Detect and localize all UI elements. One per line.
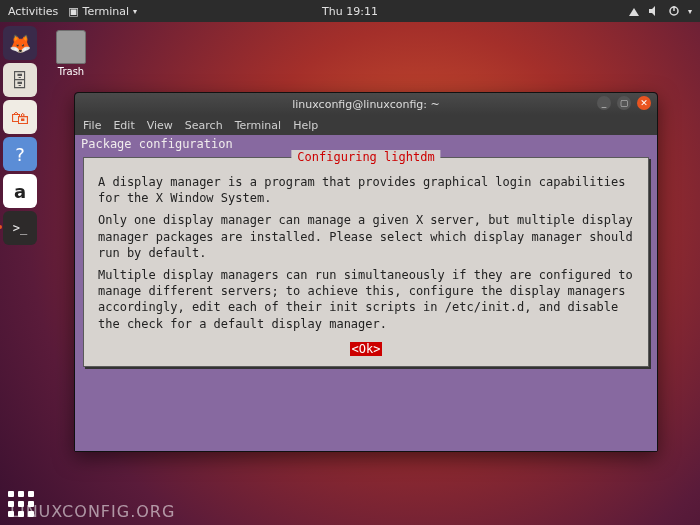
window-close-button[interactable]: ✕ [637,96,651,110]
watermark: LINUXCONFIG.ORG [10,502,175,521]
dialog-text: Only one display manager can manage a gi… [98,212,634,261]
menu-terminal[interactable]: Terminal [235,119,282,132]
amazon-icon: a [14,181,26,202]
software-icon: 🛍 [11,107,29,128]
dock-item-amazon[interactable]: a [3,174,37,208]
window-title: linuxconfig@linuxconfig: ~ [292,98,440,111]
ok-button[interactable]: <Ok> [350,342,383,356]
menu-edit[interactable]: Edit [113,119,134,132]
dock-item-firefox[interactable]: 🦊 [3,26,37,60]
app-menu[interactable]: ▣ Terminal ▾ [68,5,137,18]
power-icon [668,5,680,17]
dock-item-files[interactable]: 🗄 [3,63,37,97]
menu-help[interactable]: Help [293,119,318,132]
dialog-text: Multiple display managers can run simult… [98,267,634,332]
running-indicator-icon [0,225,2,229]
terminal-body: Package configuration Configuring lightd… [75,135,657,451]
trash-desktop-icon[interactable]: Trash [56,30,86,77]
menu-search[interactable]: Search [185,119,223,132]
firefox-icon: 🦊 [9,33,31,54]
launcher-dock: 🦊 🗄 🛍 ? a [3,26,37,245]
trash-label: Trash [56,66,86,77]
status-area[interactable]: ▾ [628,5,692,17]
dock-item-terminal[interactable] [3,211,37,245]
window-maximize-button[interactable]: ▢ [617,96,631,110]
trash-icon [56,30,86,64]
activities-button[interactable]: Activities [8,5,58,18]
menu-file[interactable]: File [83,119,101,132]
chevron-down-icon: ▾ [688,7,692,16]
files-icon: 🗄 [11,70,29,91]
dock-item-software[interactable]: 🛍 [3,100,37,134]
window-minimize-button[interactable]: _ [597,96,611,110]
dock-item-help[interactable]: ? [3,137,37,171]
terminal-window: linuxconfig@linuxconfig: ~ _ ▢ ✕ File Ed… [74,92,658,452]
terminal-menubar: File Edit View Search Terminal Help [75,115,657,135]
dialog-title: Configuring lightdm [291,150,440,164]
package-config-header: Package configuration [81,137,651,151]
dialog-text: A display manager is a program that prov… [98,174,634,206]
config-dialog: Configuring lightdm A display manager is… [83,157,649,367]
help-icon: ? [15,144,25,165]
menu-view[interactable]: View [147,119,173,132]
chevron-down-icon: ▾ [133,7,137,16]
app-menu-label: Terminal [83,5,130,18]
terminal-icon: ▣ [68,5,78,18]
window-titlebar[interactable]: linuxconfig@linuxconfig: ~ _ ▢ ✕ [75,93,657,115]
volume-icon [648,5,660,17]
network-icon [628,5,640,17]
top-bar: Activities ▣ Terminal ▾ Thu 19:11 ▾ [0,0,700,22]
clock[interactable]: Thu 19:11 [322,5,378,18]
